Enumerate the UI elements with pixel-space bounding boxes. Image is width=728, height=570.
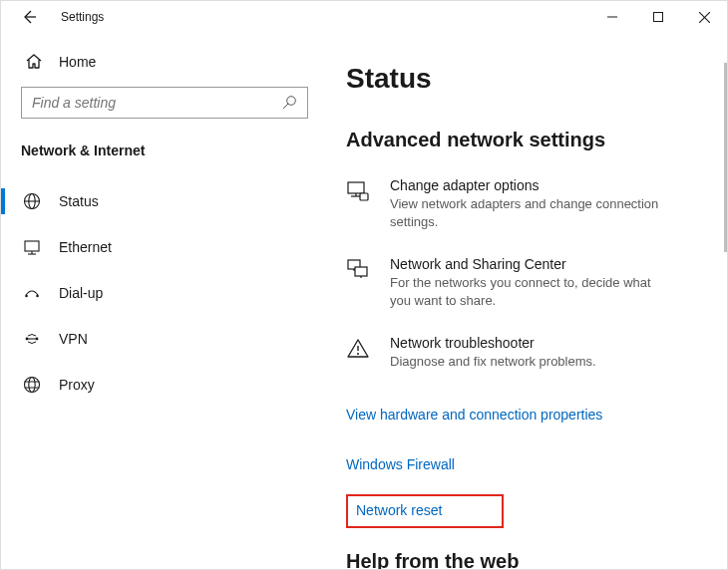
option-change-adapter[interactable]: Change adapter options View network adap… bbox=[346, 177, 665, 230]
sidebar-item-proxy[interactable]: Proxy bbox=[1, 362, 298, 408]
home-icon bbox=[25, 53, 43, 71]
sharing-icon bbox=[346, 256, 372, 309]
home-label: Home bbox=[59, 54, 96, 70]
home-link[interactable]: Home bbox=[25, 53, 298, 71]
svg-point-12 bbox=[25, 295, 28, 298]
sidebar-item-label: Status bbox=[59, 193, 99, 209]
link-network-reset[interactable]: Network reset bbox=[356, 502, 442, 518]
scrollbar[interactable] bbox=[724, 63, 727, 252]
svg-line-5 bbox=[283, 104, 288, 109]
content-pane: Status Advanced network settings Change … bbox=[318, 33, 727, 569]
svg-point-13 bbox=[36, 295, 39, 298]
section-label: Network & Internet bbox=[21, 142, 298, 158]
option-desc: View network adapters and change connect… bbox=[390, 195, 665, 230]
page-title: Status bbox=[346, 63, 699, 95]
sidebar: Home Network & Internet Status bbox=[1, 33, 318, 569]
svg-rect-21 bbox=[348, 182, 364, 193]
link-hardware-properties[interactable]: View hardware and connection properties bbox=[346, 407, 602, 423]
proxy-icon bbox=[23, 376, 41, 394]
option-title: Change adapter options bbox=[390, 177, 665, 193]
search-input[interactable] bbox=[22, 88, 307, 118]
ethernet-icon bbox=[23, 238, 41, 256]
sidebar-item-label: Proxy bbox=[59, 377, 95, 393]
link-windows-firewall[interactable]: Windows Firewall bbox=[346, 456, 455, 472]
search-box[interactable] bbox=[21, 87, 308, 119]
svg-point-17 bbox=[25, 378, 40, 393]
sidebar-item-label: VPN bbox=[59, 331, 88, 347]
option-sharing-center[interactable]: Network and Sharing Center For the netwo… bbox=[346, 256, 665, 309]
option-troubleshooter[interactable]: Network troubleshooter Diagnose and fix … bbox=[346, 335, 665, 371]
dialup-icon bbox=[23, 284, 41, 302]
vpn-icon bbox=[23, 330, 41, 348]
nav: Status Ethernet Dial-up bbox=[1, 178, 298, 408]
svg-point-30 bbox=[357, 353, 359, 355]
back-button[interactable] bbox=[15, 3, 43, 31]
svg-point-18 bbox=[29, 378, 35, 393]
help-heading: Help from the web bbox=[346, 550, 699, 569]
globe-icon bbox=[23, 192, 41, 210]
minimize-button[interactable] bbox=[589, 1, 635, 33]
sidebar-item-status[interactable]: Status bbox=[1, 178, 298, 224]
option-title: Network troubleshooter bbox=[390, 335, 596, 351]
titlebar: Settings bbox=[1, 1, 727, 33]
highlight-box: Network reset bbox=[346, 494, 504, 528]
sidebar-item-dialup[interactable]: Dial-up bbox=[1, 270, 298, 316]
adapter-icon bbox=[346, 177, 372, 230]
svg-rect-24 bbox=[360, 193, 368, 200]
svg-rect-26 bbox=[355, 267, 367, 276]
sidebar-item-vpn[interactable]: VPN bbox=[1, 316, 298, 362]
option-desc: For the networks you connect to, decide … bbox=[390, 274, 665, 309]
option-desc: Diagnose and fix network problems. bbox=[390, 353, 596, 371]
search-icon bbox=[281, 95, 297, 111]
window-title: Settings bbox=[61, 10, 104, 24]
sidebar-item-ethernet[interactable]: Ethernet bbox=[1, 224, 298, 270]
maximize-button[interactable] bbox=[635, 1, 681, 33]
option-title: Network and Sharing Center bbox=[390, 256, 665, 272]
warning-icon bbox=[346, 335, 372, 371]
sidebar-item-label: Dial-up bbox=[59, 285, 103, 301]
svg-rect-9 bbox=[25, 241, 39, 251]
sidebar-item-label: Ethernet bbox=[59, 239, 112, 255]
section-title: Advanced network settings bbox=[346, 129, 699, 151]
svg-rect-1 bbox=[654, 13, 663, 22]
close-button[interactable] bbox=[681, 1, 727, 33]
